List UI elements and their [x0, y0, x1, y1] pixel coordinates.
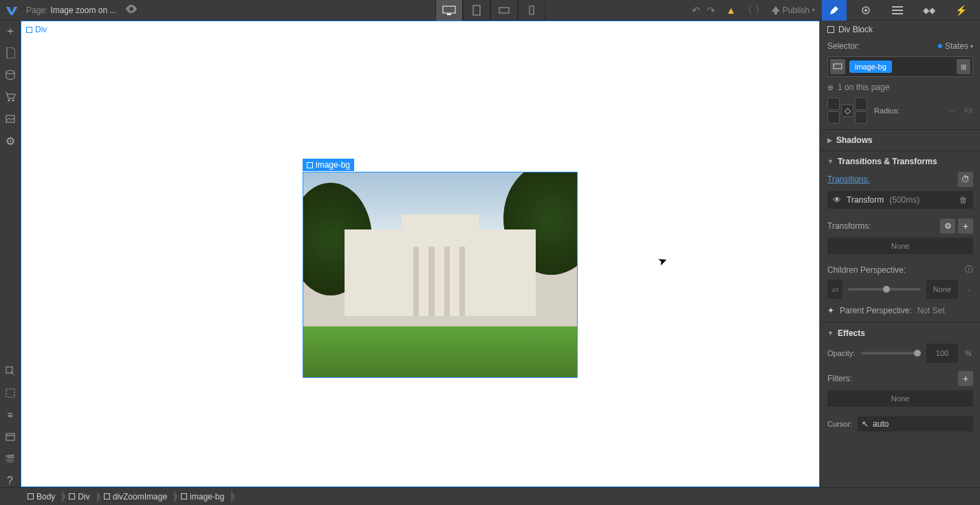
- settings-icon[interactable]: ⚙: [4, 135, 17, 147]
- canvas[interactable]: Div image-bg ➤: [21, 21, 820, 487]
- transitions-section-header[interactable]: ▼Transitions & Transforms: [820, 151, 980, 172]
- undo-icon[interactable]: ↶: [692, 5, 700, 16]
- opacity-label: Opacity:: [827, 349, 855, 357]
- code-icon[interactable]: 〈 〉: [743, 4, 765, 16]
- expand-selector-icon[interactable]: ⊞: [957, 59, 970, 74]
- effects-section-header[interactable]: ▼Effects: [820, 323, 980, 344]
- warning-icon[interactable]: ▲: [726, 5, 736, 16]
- corner-tr[interactable]: [855, 98, 867, 110]
- parent-perspective-label: Parent Perspective:: [840, 306, 912, 315]
- navigator-tab[interactable]: [885, 0, 910, 21]
- svg-rect-15: [6, 389, 14, 397]
- spacing-icon[interactable]: ≡: [4, 409, 17, 421]
- radius-unit[interactable]: PX: [964, 107, 973, 115]
- preview-icon[interactable]: [126, 5, 137, 15]
- page-name[interactable]: Image zoom on ...: [50, 5, 116, 15]
- children-perspective-value[interactable]: None: [926, 280, 958, 299]
- filters-label: Filters:: [827, 374, 852, 383]
- transition-item[interactable]: 👁 Transform (500ms) 🗑: [827, 191, 973, 209]
- assets-icon[interactable]: [4, 113, 17, 125]
- selector-field[interactable]: image-bg ⊞: [827, 56, 973, 77]
- transitions-timer-icon[interactable]: ⏱: [958, 172, 973, 187]
- interactions-tab[interactable]: ◆◆: [917, 0, 941, 21]
- div-icon: [26, 27, 32, 33]
- style-panel: Div Block Selector: States ▾ image-bg ⊞ …: [820, 21, 980, 487]
- div-icon: [307, 162, 313, 168]
- children-perspective-label: Children Perspective:: [827, 265, 906, 275]
- transforms-add-icon[interactable]: +: [958, 218, 973, 234]
- children-perspective-unit[interactable]: -: [963, 285, 973, 293]
- selected-element-badge[interactable]: image-bg: [303, 159, 354, 171]
- breadcrumb-item[interactable]: divZoomImage: [97, 488, 174, 505]
- svg-rect-1: [447, 14, 451, 15]
- xray-icon[interactable]: [4, 431, 17, 443]
- children-perspective-slider[interactable]: [848, 288, 921, 291]
- svg-point-12: [12, 100, 14, 102]
- svg-rect-16: [6, 434, 14, 440]
- bp-phone-landscape[interactable]: [490, 0, 518, 21]
- cms-icon[interactable]: [4, 69, 17, 81]
- states-dropdown[interactable]: States ▾: [938, 41, 973, 51]
- style-tab[interactable]: [822, 0, 847, 21]
- cursor-dropdown[interactable]: ↖ auto: [858, 416, 973, 431]
- info-icon[interactable]: ⓘ: [965, 264, 973, 276]
- class-tag[interactable]: image-bg: [849, 60, 892, 73]
- video-icon[interactable]: 🎬: [4, 453, 17, 465]
- filters-add-icon[interactable]: +: [958, 371, 973, 386]
- lightning-tab[interactable]: ⚡: [948, 0, 973, 21]
- transitions-label[interactable]: Transitions:: [827, 175, 870, 184]
- opacity-slider[interactable]: [860, 352, 921, 355]
- redo-icon[interactable]: ↷: [707, 5, 715, 16]
- perspective-icon[interactable]: ▱: [827, 280, 842, 299]
- selected-element[interactable]: image-bg: [303, 172, 578, 378]
- svg-point-11: [8, 100, 10, 102]
- corner-all[interactable]: ◇: [841, 104, 853, 117]
- corner-br[interactable]: [855, 111, 867, 124]
- device-icon: [830, 59, 845, 74]
- help-icon[interactable]: ?: [4, 475, 17, 487]
- breakpoint-switcher: [435, 0, 545, 21]
- svg-rect-0: [443, 6, 455, 13]
- transforms-settings-icon[interactable]: ⚙: [940, 218, 955, 234]
- visibility-icon[interactable]: 👁: [833, 195, 841, 205]
- breadcrumb-item[interactable]: image-bg: [174, 488, 231, 505]
- canvas-outer-badge[interactable]: Div: [23, 23, 50, 36]
- pages-icon[interactable]: [4, 47, 17, 59]
- corner-bl[interactable]: [827, 111, 840, 124]
- pointer-icon: ↖: [862, 419, 869, 429]
- target-icon: ⊕: [827, 83, 834, 92]
- delete-icon[interactable]: 🗑: [959, 195, 968, 205]
- bp-desktop[interactable]: [435, 0, 463, 21]
- settings-tab[interactable]: [853, 0, 878, 21]
- filters-none[interactable]: None: [827, 390, 973, 407]
- element-type-row: Div Block: [820, 21, 980, 38]
- instance-count[interactable]: ⊕ 1 on this page: [820, 80, 980, 98]
- opacity-value[interactable]: 100: [926, 344, 958, 363]
- publish-button[interactable]: Publish ▾: [772, 5, 815, 15]
- breadcrumb-item[interactable]: Div: [62, 488, 96, 505]
- opacity-unit: %: [963, 349, 973, 357]
- svg-rect-8: [892, 10, 903, 11]
- select-tool-icon[interactable]: [4, 365, 17, 377]
- svg-rect-7: [892, 6, 903, 8]
- breadcrumb-item[interactable]: Body: [25, 488, 62, 505]
- svg-rect-4: [530, 6, 534, 14]
- transforms-label: Transforms:: [827, 221, 871, 231]
- marquee-icon[interactable]: [4, 387, 17, 399]
- add-icon[interactable]: ＋: [4, 25, 17, 37]
- cursor-label: Cursor:: [827, 420, 852, 428]
- webflow-logo[interactable]: [3, 1, 21, 19]
- corner-tl[interactable]: [827, 98, 840, 110]
- radius-value[interactable]: --: [949, 106, 954, 115]
- left-toolbar: ＋ ⚙ ≡ 🎬 ?: [0, 21, 21, 487]
- radius-label: Radius:: [874, 106, 900, 115]
- bp-tablet[interactable]: [463, 0, 490, 21]
- breadcrumb: Body Div divZoomImage image-bg: [0, 487, 980, 505]
- svg-rect-9: [892, 13, 903, 14]
- selector-label: Selector:: [827, 41, 860, 51]
- bp-phone[interactable]: [518, 0, 545, 21]
- svg-rect-13: [6, 115, 14, 122]
- transforms-none[interactable]: None: [827, 238, 973, 254]
- shadows-section-header[interactable]: ▶Shadows: [820, 130, 980, 150]
- ecommerce-icon[interactable]: [4, 91, 17, 103]
